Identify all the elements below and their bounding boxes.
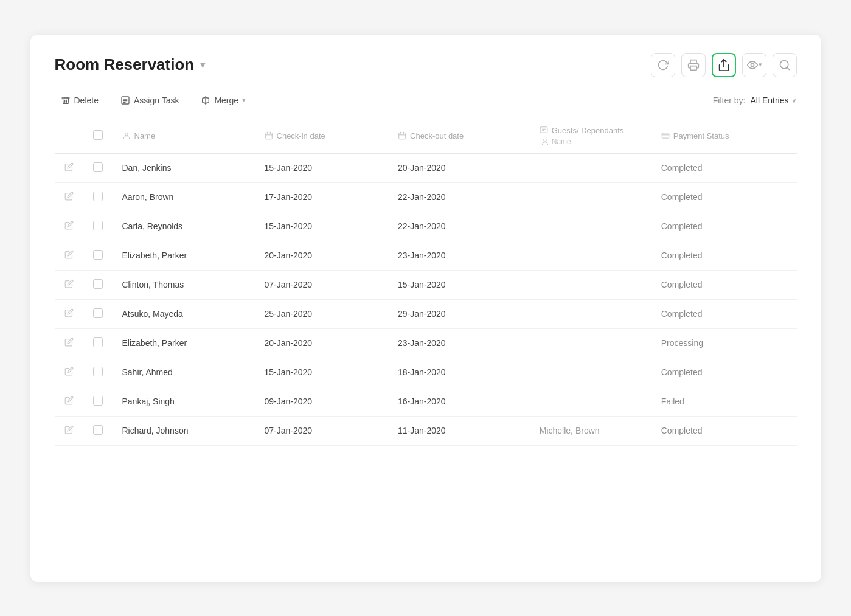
name-cell-9: Richard, Johnson [113,416,255,445]
checkin-cell-8: 09-Jan-2020 [255,387,389,416]
row-checkbox-9[interactable] [93,425,103,435]
edit-icon[interactable] [64,279,74,288]
edit-icon[interactable] [64,192,74,201]
table-wrapper: Name Check-in date [55,119,797,446]
edit-icon[interactable] [64,396,74,405]
refresh-button[interactable] [651,53,675,77]
row-checkbox-cell-8[interactable] [83,387,113,416]
payment-col-icon [661,131,670,140]
trash-icon [61,95,71,105]
search-button[interactable] [773,53,797,77]
payment-cell-4: Completed [651,270,797,299]
row-checkbox-cell-9[interactable] [83,416,113,445]
checkin-cell-0: 15-Jan-2020 [255,153,389,182]
filter-label: Filter by: [713,95,746,105]
edit-cell-7[interactable] [55,358,83,387]
checkout-cell-7: 18-Jan-2020 [388,358,530,387]
edit-icon[interactable] [64,221,74,230]
th-checkbox [83,119,113,154]
assign-task-button[interactable]: Assign Task [114,92,185,109]
row-checkbox-5[interactable] [93,308,103,318]
row-checkbox-7[interactable] [93,367,103,376]
title-chevron-icon[interactable]: ▾ [200,59,205,71]
assign-task-icon [120,95,130,105]
share-button[interactable] [712,53,736,77]
checkout-cell-6: 23-Jan-2020 [388,328,530,358]
share-icon [717,58,731,72]
col-checkin-label: Check-in date [277,131,325,140]
merge-label: Merge [214,95,238,105]
filter-select[interactable]: All Entries ∨ [750,95,796,105]
svg-rect-0 [690,66,696,70]
checkout-cell-4: 15-Jan-2020 [388,270,530,299]
assign-task-label: Assign Task [134,95,179,105]
checkout-cell-2: 22-Jan-2020 [388,212,530,241]
payment-cell-1: Completed [651,182,797,212]
col-payment-label: Payment Status [673,131,729,140]
payment-cell-8: Failed [651,387,797,416]
delete-button[interactable]: Delete [55,92,105,109]
table-row: Aaron, Brown 17-Jan-2020 22-Jan-2020 Com… [55,182,797,212]
guest-cell-1 [530,182,651,212]
view-button[interactable]: ▾ [742,53,766,77]
edit-cell-1[interactable] [55,182,83,212]
guest-cell-5 [530,299,651,328]
edit-icon[interactable] [64,367,74,376]
checkin-cell-9: 07-Jan-2020 [255,416,389,445]
payment-cell-9: Completed [651,416,797,445]
refresh-icon [657,59,669,71]
edit-cell-6[interactable] [55,328,83,358]
table-row: Clinton, Thomas 07-Jan-2020 15-Jan-2020 … [55,270,797,299]
row-checkbox-cell-7[interactable] [83,358,113,387]
edit-cell-8[interactable] [55,387,83,416]
checkout-cell-3: 23-Jan-2020 [388,241,530,270]
edit-cell-5[interactable] [55,299,83,328]
row-checkbox-cell-6[interactable] [83,328,113,358]
table-row: Elizabeth, Parker 20-Jan-2020 23-Jan-202… [55,328,797,358]
name-col-icon [122,131,131,140]
guest-cell-6 [530,328,651,358]
table-row: Pankaj, Singh 09-Jan-2020 16-Jan-2020 Fa… [55,387,797,416]
row-checkbox-3[interactable] [93,250,103,260]
row-checkbox-6[interactable] [93,337,103,347]
name-cell-0: Dan, Jenkins [113,153,255,182]
merge-chevron-icon: ▾ [242,96,246,104]
edit-cell-4[interactable] [55,270,83,299]
row-checkbox-cell-4[interactable] [83,270,113,299]
row-checkbox-cell-0[interactable] [83,153,113,182]
checkin-cell-1: 17-Jan-2020 [255,182,389,212]
page-title: Room Reservation [55,55,195,74]
name-cell-7: Sahir, Ahmed [113,358,255,387]
row-checkbox-4[interactable] [93,279,103,289]
checkin-cell-6: 20-Jan-2020 [255,328,389,358]
row-checkbox-cell-5[interactable] [83,299,113,328]
row-checkbox-cell-3[interactable] [83,241,113,270]
edit-cell-3[interactable] [55,241,83,270]
edit-cell-2[interactable] [55,212,83,241]
table-row: Richard, Johnson 07-Jan-2020 11-Jan-2020… [55,416,797,445]
guest-cell-8 [530,387,651,416]
guest-cell-3 [530,241,651,270]
name-cell-4: Clinton, Thomas [113,270,255,299]
row-checkbox-2[interactable] [93,221,103,230]
edit-cell-9[interactable] [55,416,83,445]
row-checkbox-1[interactable] [93,192,103,201]
edit-cell-0[interactable] [55,153,83,182]
payment-cell-3: Completed [651,241,797,270]
row-checkbox-cell-2[interactable] [83,212,113,241]
col-guests-sub-label: Name [552,137,571,146]
edit-icon[interactable] [64,308,74,317]
header-title-group: Room Reservation ▾ [55,55,206,74]
print-button[interactable] [681,53,706,77]
payment-cell-0: Completed [651,153,797,182]
select-all-checkbox[interactable] [93,130,103,140]
edit-icon[interactable] [64,162,74,171]
edit-icon[interactable] [64,425,74,434]
reservations-table: Name Check-in date [55,119,797,446]
row-checkbox-8[interactable] [93,396,103,406]
row-checkbox-cell-1[interactable] [83,182,113,212]
merge-button[interactable]: Merge ▾ [195,92,252,109]
row-checkbox-0[interactable] [93,162,103,172]
edit-icon[interactable] [64,337,74,347]
edit-icon[interactable] [64,250,74,259]
